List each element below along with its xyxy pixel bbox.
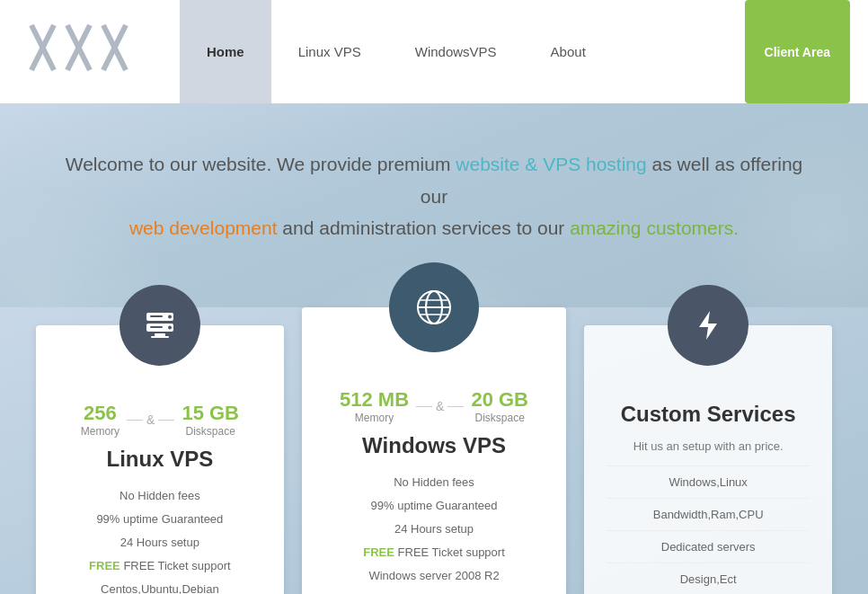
lightning-icon (690, 307, 726, 343)
hero-text-part3: and administration services to our (278, 217, 571, 238)
windows-card-title: Windows VPS (324, 433, 545, 458)
custom-features-list: Windows,Linux Bandwidth,Ram,CPU Dedicate… (607, 465, 810, 594)
windows-specs: 512 MB Memory & 20 GB Diskspace (324, 388, 545, 424)
custom-services-card: Custom Services Hit us an setup with an … (584, 325, 832, 594)
linux-card-title: Linux VPS (58, 447, 261, 472)
list-item: FREE FREE Ticket support (58, 554, 261, 578)
nav-about[interactable]: About (524, 0, 613, 103)
windows-disk-spec: 20 GB Diskspace (471, 388, 528, 424)
windows-card-body: 512 MB Memory & 20 GB Diskspace Windows … (324, 334, 545, 594)
list-item: Windows server 2008 R2 (324, 564, 545, 588)
windows-vps-card: 512 MB Memory & 20 GB Diskspace Windows … (302, 307, 567, 594)
custom-card-title: Custom Services (607, 402, 810, 427)
list-item: 99% uptime Guaranteed (324, 494, 545, 518)
windows-disk-label: Diskspace (471, 412, 528, 424)
cards-section: 256 Memory & 15 GB Diskspace Linux VPS N… (0, 307, 868, 594)
windows-memory-value: 512 MB (340, 388, 409, 412)
nav-windows-vps[interactable]: WindowsVPS (388, 0, 524, 103)
client-area-button[interactable]: Client Area (745, 0, 850, 103)
custom-icon-circle (668, 285, 748, 366)
list-item: Centos,Ubuntu,Debian (58, 578, 261, 594)
list-item: 24 Hours setup (58, 531, 261, 554)
list-item: Bandwidth,Ram,CPU (607, 499, 810, 531)
list-item: 99% uptime Guaranteed (58, 508, 261, 531)
globe-icon (412, 286, 456, 329)
custom-card-description: Hit us an setup with an price. (607, 439, 810, 453)
windows-spec-separator: & (416, 399, 464, 413)
svg-rect-12 (155, 333, 165, 336)
linux-card-body: 256 Memory & 15 GB Diskspace Linux VPS N… (58, 352, 261, 594)
free-label: FREE (363, 545, 394, 559)
svg-point-9 (168, 326, 172, 330)
linux-disk-spec: 15 GB Diskspace (182, 402, 239, 438)
list-item: Design,Ect (607, 563, 810, 594)
server-icon (142, 307, 178, 343)
hero-highlight-teal: website & VPS hosting (456, 154, 646, 174)
free-label: FREE (89, 559, 120, 572)
custom-card-body: Custom Services Hit us an setup with an … (607, 352, 810, 594)
list-item: 24 Hours setup (324, 518, 545, 541)
svg-marker-19 (699, 311, 717, 340)
svg-rect-10 (150, 315, 163, 317)
linux-memory-value: 256 (81, 402, 120, 425)
nav-linux-vps[interactable]: Linux VPS (271, 0, 388, 103)
windows-icon-circle (389, 262, 479, 352)
list-item: Windows,Linux (607, 466, 810, 499)
list-item: Dedicated servers (607, 531, 810, 563)
linux-specs: 256 Memory & 15 GB Diskspace (58, 402, 261, 438)
hero-text: Welcome to our website. We provide premi… (54, 148, 814, 244)
logo-icon (27, 21, 135, 83)
header: Home Linux VPS WindowsVPS About Client A… (0, 0, 868, 103)
linux-features-list: No Hidden fees 99% uptime Guaranteed 24 … (58, 484, 261, 594)
linux-spec-separator: & (127, 412, 174, 427)
svg-point-8 (168, 315, 172, 319)
windows-disk-value: 20 GB (471, 388, 528, 412)
nav: Home Linux VPS WindowsVPS About Client A… (180, 0, 868, 103)
list-item: FREE FREE Ticket support (324, 541, 545, 564)
hero-highlight-orange: web development (129, 217, 278, 238)
windows-memory-spec: 512 MB Memory (340, 388, 409, 424)
windows-features-list: No Hidden fees 99% uptime Guaranteed 24 … (324, 471, 545, 588)
list-item: No Hidden fees (58, 484, 261, 508)
linux-icon-circle (120, 285, 200, 366)
nav-home[interactable]: Home (180, 0, 271, 103)
list-item: No Hidden fees (324, 471, 545, 494)
windows-memory-label: Memory (340, 412, 409, 424)
hero-highlight-green: amazing customers. (570, 217, 739, 238)
linux-memory-label: Memory (81, 425, 120, 438)
linux-disk-label: Diskspace (182, 425, 239, 438)
svg-rect-13 (151, 336, 169, 338)
logo (0, 21, 180, 83)
svg-rect-11 (150, 326, 163, 328)
linux-vps-card: 256 Memory & 15 GB Diskspace Linux VPS N… (36, 325, 284, 594)
linux-memory-spec: 256 Memory (81, 402, 120, 438)
linux-disk-value: 15 GB (182, 402, 239, 425)
hero-text-part1: Welcome to our website. We provide premi… (66, 154, 456, 174)
